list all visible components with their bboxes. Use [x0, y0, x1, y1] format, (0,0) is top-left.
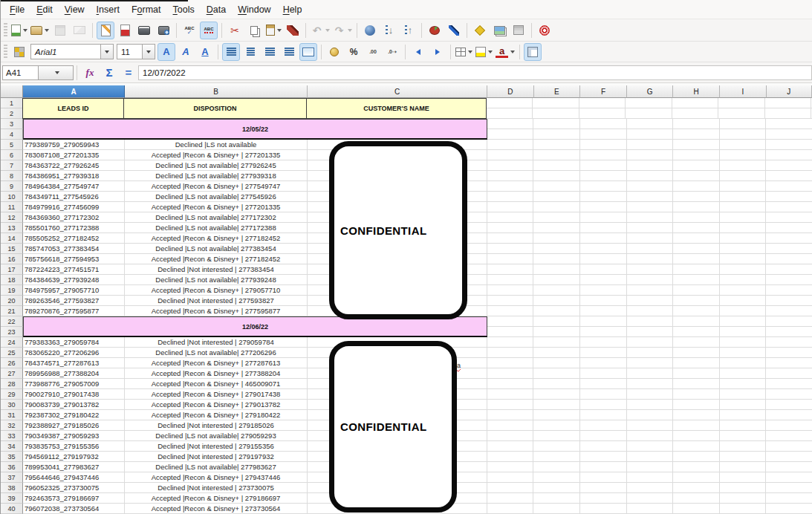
column-header-C[interactable]: C: [308, 85, 487, 98]
help-icon[interactable]: [536, 22, 553, 39]
leads-id-cell[interactable]: 785501760_277172388: [23, 223, 125, 233]
empty-cells-filler[interactable]: [487, 472, 812, 483]
disposition-cell[interactable]: Declined |LS not available| 277206296: [125, 348, 308, 358]
empty-cells-filler[interactable]: [487, 285, 812, 296]
disposition-cell[interactable]: Declined |Not interested | 279059784: [125, 337, 308, 348]
empty-cells-filler[interactable]: [487, 192, 812, 202]
disposition-cell[interactable]: Accepted |Recon & Disney+ | 277201335: [125, 150, 308, 160]
function-wizard-button[interactable]: fx: [81, 65, 99, 81]
empty-cells-filler[interactable]: [487, 212, 812, 223]
copy-icon[interactable]: [245, 22, 263, 39]
menu-help[interactable]: Help: [277, 2, 308, 17]
spelling-icon[interactable]: ABC✓: [181, 22, 198, 39]
empty-cells-filler[interactable]: [487, 181, 812, 192]
disposition-cell[interactable]: Accepted |Recon & Disney+ | 279057710: [125, 285, 308, 296]
row-header-18[interactable]: 18: [1, 275, 23, 285]
disposition-cell[interactable]: Accepted |Recon & Disney+ | 277388204: [125, 368, 308, 379]
data-sources-icon[interactable]: [510, 22, 527, 39]
empty-cells-filler[interactable]: [487, 254, 812, 264]
menu-insert[interactable]: Insert: [91, 2, 126, 17]
leads-id-cell[interactable]: 784964384_277549747: [23, 181, 125, 192]
currency-format-icon[interactable]: [325, 43, 343, 61]
row-header-10[interactable]: 10: [1, 192, 23, 202]
leads-id-cell[interactable]: 796052325_273730075: [23, 483, 125, 493]
menu-edit[interactable]: Edit: [30, 2, 59, 17]
leads-id-cell[interactable]: 792463573_279186697: [23, 493, 125, 504]
paste-icon[interactable]: [264, 22, 282, 39]
merge-cells-button[interactable]: [299, 43, 317, 61]
date-band-cell[interactable]: 12/05/22: [23, 119, 487, 140]
leads-id-cell[interactable]: 784384639_277939248: [23, 275, 125, 285]
leads-id-cell[interactable]: 784374571_277287613: [23, 358, 125, 368]
disposition-cell[interactable]: Declined |Not interested | 279185026: [125, 420, 308, 431]
table-header-cell[interactable]: LEADS ID: [22, 98, 124, 119]
leads-id-cell[interactable]: 792388927_279185026: [23, 420, 125, 431]
empty-cells-filler[interactable]: [487, 389, 812, 400]
open-folder-icon[interactable]: [30, 22, 50, 39]
row-header-28[interactable]: 28: [1, 379, 23, 389]
empty-cells-filler[interactable]: [487, 244, 812, 254]
row-header-1[interactable]: 1: [1, 98, 23, 108]
disposition-cell[interactable]: Accepted |Recon & Disney+ | 465009071: [125, 379, 308, 389]
disposition-cell[interactable]: Accepted |Recon & Disney+ | 273730564: [125, 504, 308, 514]
gallery-icon[interactable]: [490, 22, 508, 39]
column-header-I[interactable]: I: [720, 85, 767, 98]
empty-cells-filler[interactable]: [487, 296, 812, 306]
row-header-2[interactable]: 2: [1, 108, 23, 119]
insert-chart-icon[interactable]: [426, 22, 444, 39]
row-header-25[interactable]: 25: [1, 348, 23, 358]
borders-icon[interactable]: [455, 43, 473, 61]
leads-id-cell[interactable]: 789270876_277595877: [23, 306, 125, 316]
leads-id-cell[interactable]: 790027910_279017438: [23, 389, 125, 400]
empty-cells-filler[interactable]: [487, 400, 812, 410]
autospellcheck-icon[interactable]: ABC: [200, 22, 218, 39]
empty-cells-filler[interactable]: [487, 410, 812, 420]
disposition-cell[interactable]: Accepted |Recon & Disney+ | 279017438: [125, 389, 308, 400]
empty-cells-filler[interactable]: [487, 441, 812, 452]
empty-cells-filler[interactable]: [487, 504, 812, 514]
leads-id-cell[interactable]: 784386951_277939318: [23, 171, 125, 181]
dropdown-arrow-icon[interactable]: [488, 51, 493, 53]
disposition-cell[interactable]: Declined |Not interested | 279197932: [125, 452, 308, 462]
leads-id-cell[interactable]: 795644646_279437446: [23, 472, 125, 483]
leads-id-cell[interactable]: 779389759_279059943: [23, 140, 125, 150]
navigator-icon[interactable]: [471, 22, 489, 39]
row-header-26[interactable]: 26: [1, 358, 23, 368]
row-header-5[interactable]: 5: [1, 140, 23, 150]
column-header-A[interactable]: A: [23, 85, 125, 98]
export-pdf-icon[interactable]: [116, 22, 134, 39]
row-header-31[interactable]: 31: [1, 410, 23, 420]
toolbar-grip[interactable]: [4, 23, 7, 38]
row-header-22[interactable]: 22: [1, 316, 23, 327]
column-header-B[interactable]: B: [125, 85, 308, 98]
leads-id-cell[interactable]: 796072038_273730564: [23, 504, 125, 514]
row-header-24[interactable]: 24: [1, 337, 23, 348]
disposition-cell[interactable]: Declined |Not interested | 279155356: [125, 441, 308, 452]
align-justify-button[interactable]: [280, 43, 298, 61]
leads-id-cell[interactable]: 783065220_277206296: [23, 348, 125, 358]
row-header-34[interactable]: 34: [1, 441, 23, 452]
column-header-D[interactable]: D: [487, 85, 534, 98]
empty-cells-filler[interactable]: [487, 98, 812, 119]
menu-file[interactable]: File: [4, 2, 30, 17]
draw-functions-icon[interactable]: [445, 22, 463, 39]
disposition-cell[interactable]: Declined |LS not available| 277926245: [125, 160, 308, 171]
leads-id-cell[interactable]: 785747053_277383454: [23, 244, 125, 254]
row-header-3[interactable]: 3: [1, 119, 23, 129]
disposition-cell[interactable]: Declined |LS not available| 277939248: [125, 275, 308, 285]
row-header-30[interactable]: 30: [1, 400, 23, 410]
align-center-button[interactable]: [241, 43, 259, 61]
formula-button[interactable]: =: [120, 65, 137, 81]
row-header-13[interactable]: 13: [1, 223, 23, 233]
find-replace-icon[interactable]: [361, 22, 379, 39]
date-band-cell[interactable]: 12/06/22: [23, 316, 487, 337]
disposition-cell[interactable]: Accepted |Recon & Disney+ | 277182452: [125, 254, 308, 264]
disposition-cell[interactable]: Accepted |Recon & Disney+ | 279186697: [125, 493, 308, 504]
sheet-grid[interactable]: 12LEADS IDDISPOSITIONCUSTOMER'S NAME3412…: [1, 98, 812, 514]
formula-input-line[interactable]: 12/07/2022: [138, 65, 812, 80]
background-color-icon[interactable]: [475, 43, 493, 61]
empty-cells-filler[interactable]: [487, 452, 812, 462]
empty-cells-filler[interactable]: [487, 275, 812, 285]
disposition-cell[interactable]: Accepted |Recon & Disney+ | 279180422: [125, 410, 308, 420]
leads-id-cell[interactable]: 790349387_279059293: [23, 431, 125, 441]
